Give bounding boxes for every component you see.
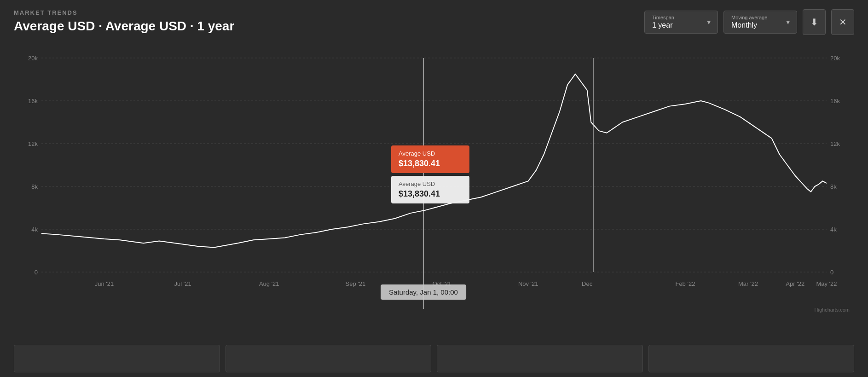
moving-average-label: Moving average	[731, 15, 789, 20]
date-tooltip: Saturday, Jan 1, 00:00	[381, 284, 466, 300]
market-trends-label: MARKET TRENDS	[14, 9, 234, 16]
highcharts-credit: Highcharts.com	[815, 307, 850, 313]
crosshair-line	[423, 58, 424, 309]
chart-area: Average USD $13,830.41 Average USD $13,8…	[14, 44, 854, 341]
title-section: MARKET TRENDS Average USD · Average USD …	[14, 9, 234, 34]
close-button[interactable]: ✕	[831, 9, 854, 35]
download-button[interactable]: ⬇	[803, 9, 826, 35]
timespan-value: 1 year	[652, 21, 710, 29]
bottom-card-3	[437, 345, 643, 372]
bottom-card-4	[648, 345, 855, 372]
timespan-chevron-icon: ▼	[706, 18, 712, 26]
moving-average-chevron-icon: ▼	[785, 18, 791, 26]
close-icon: ✕	[839, 17, 847, 28]
page-header: MARKET TRENDS Average USD · Average USD …	[14, 9, 854, 35]
bottom-bar	[14, 345, 854, 372]
moving-average-value: Monthly	[731, 21, 789, 29]
timespan-label: Timespan	[652, 15, 710, 20]
controls-section: Timespan 1 year ▼ Moving average Monthly…	[644, 9, 854, 35]
chart-title: Average USD · Average USD · 1 year	[14, 19, 234, 34]
data-point-marker	[421, 189, 426, 194]
bottom-card-1	[14, 345, 220, 372]
download-icon: ⬇	[810, 17, 818, 28]
bottom-card-2	[226, 345, 432, 372]
moving-average-dropdown[interactable]: Moving average Monthly ▼	[723, 11, 797, 34]
timespan-dropdown[interactable]: Timespan 1 year ▼	[644, 11, 718, 34]
